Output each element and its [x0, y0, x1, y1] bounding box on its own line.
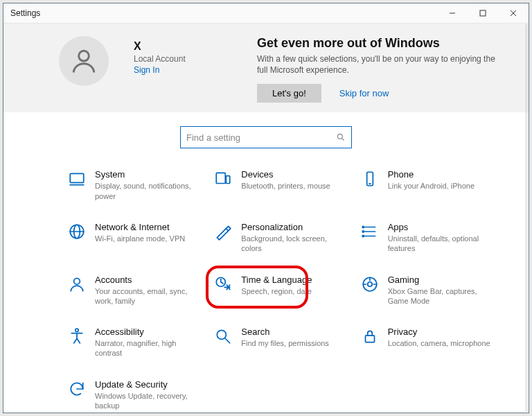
account-username: X	[134, 40, 186, 53]
svg-rect-1	[480, 10, 486, 16]
tile-search[interactable]: SearchFind my files, permissions	[212, 324, 347, 361]
tile-label: Gaming	[388, 275, 492, 285]
tile-desc: Xbox Game Bar, captures, Game Mode	[388, 286, 492, 306]
titlebar: Settings	[3, 3, 529, 24]
time-language-icon	[213, 275, 233, 294]
tile-accounts[interactable]: AccountsYour accounts, email, sync, work…	[66, 272, 201, 309]
close-button[interactable]	[498, 3, 529, 23]
svg-point-21	[362, 235, 364, 236]
avatar[interactable]	[59, 36, 109, 86]
svg-point-19	[362, 226, 364, 227]
tile-desc: Narrator, magnifier, high contrast	[95, 338, 199, 358]
svg-line-6	[342, 139, 344, 141]
tile-system[interactable]: SystemDisplay, sound, notifications, pow…	[66, 166, 201, 204]
system-icon	[67, 169, 87, 189]
tile-devices[interactable]: DevicesBluetooth, printers, mouse	[212, 166, 347, 204]
search-icon	[213, 327, 233, 346]
promo-subtitle: With a few quick selections, you'll be o…	[257, 53, 506, 76]
network-internet-icon	[67, 222, 87, 241]
svg-rect-7	[70, 174, 84, 183]
tile-label: Network & Internet	[95, 222, 185, 232]
tile-label: Apps	[388, 222, 492, 232]
signin-link[interactable]: Sign In	[134, 65, 186, 75]
tile-desc: Wi-Fi, airplane mode, VPN	[95, 234, 185, 243]
minimize-button[interactable]	[437, 3, 468, 23]
tile-label: Privacy	[388, 327, 490, 337]
svg-point-22	[74, 278, 80, 284]
privacy-icon	[360, 327, 380, 346]
tile-label: Time & Language	[241, 275, 312, 285]
svg-line-31	[226, 338, 231, 343]
tile-desc: Location, camera, microphone	[388, 338, 490, 348]
svg-point-29	[76, 329, 78, 331]
tile-label: Accounts	[95, 275, 199, 285]
search-row: Find a setting	[3, 112, 529, 157]
svg-point-30	[218, 330, 227, 339]
devices-icon	[213, 169, 233, 189]
svg-point-5	[337, 135, 342, 139]
tile-desc: Background, lock screen, colors	[241, 234, 345, 254]
tile-desc: Display, sound, notifications, power	[95, 181, 199, 201]
svg-point-25	[367, 281, 372, 286]
tile-desc: Uninstall, defaults, optional features	[388, 234, 492, 254]
tile-desc: Your accounts, email, sync, work, family	[95, 286, 199, 306]
accessibility-icon	[67, 327, 87, 346]
tile-label: Personalization	[241, 222, 345, 232]
apps-icon	[360, 222, 380, 241]
promo-block: Get even more out of Windows With a few …	[257, 36, 506, 103]
tile-label: Phone	[388, 169, 475, 180]
tile-network-internet[interactable]: Network & InternetWi-Fi, airplane mode, …	[66, 219, 201, 257]
maximize-button[interactable]	[468, 3, 498, 23]
tile-desc: Find my files, permissions	[241, 338, 329, 348]
accounts-icon	[67, 275, 87, 294]
svg-point-20	[362, 231, 364, 232]
update-security-icon	[67, 379, 87, 399]
scrollbar[interactable]	[525, 24, 528, 411]
tile-desc: Bluetooth, printers, mouse	[241, 181, 330, 191]
tile-accessibility[interactable]: AccessibilityNarrator, magnifier, high c…	[66, 324, 201, 361]
svg-rect-32	[365, 336, 374, 343]
phone-icon	[360, 169, 380, 189]
tile-personalization[interactable]: PersonalizationBackground, lock screen, …	[212, 219, 347, 257]
tile-desc: Speech, region, date	[241, 286, 312, 296]
person-icon	[69, 46, 99, 76]
svg-rect-10	[227, 176, 230, 184]
account-type: Local Account	[134, 54, 186, 64]
hero-panel: X Local Account Sign In Get even more ou…	[3, 24, 529, 112]
svg-rect-9	[217, 173, 226, 184]
promo-cta-button[interactable]: Let's go!	[257, 84, 321, 103]
svg-point-4	[79, 51, 89, 61]
tile-label: System	[95, 169, 199, 180]
category-grid: SystemDisplay, sound, notifications, pow…	[3, 157, 529, 413]
tile-apps[interactable]: AppsUninstall, defaults, optional featur…	[359, 219, 494, 257]
tile-label: Accessibility	[95, 327, 199, 337]
account-block: X Local Account Sign In	[134, 40, 186, 103]
search-icon	[336, 132, 346, 142]
gaming-icon	[360, 275, 380, 294]
tile-label: Search	[241, 327, 329, 337]
tile-label: Update & Security	[95, 379, 199, 390]
window-title: Settings	[3, 8, 437, 18]
personalization-icon	[213, 222, 233, 241]
tile-time-language[interactable]: Time & LanguageSpeech, region, date	[212, 272, 347, 309]
tile-update-security[interactable]: Update & SecurityWindows Update, recover…	[66, 376, 201, 413]
promo-title: Get even more out of Windows	[257, 36, 506, 51]
tile-gaming[interactable]: GamingXbox Game Bar, captures, Game Mode	[359, 272, 494, 309]
search-placeholder: Find a setting	[186, 132, 336, 143]
tile-desc: Link your Android, iPhone	[388, 181, 475, 191]
tile-desc: Windows Update, recovery, backup	[95, 391, 199, 411]
settings-window: Settings X Local Account Sign In Get eve…	[3, 3, 529, 413]
tile-phone[interactable]: PhoneLink your Android, iPhone	[359, 166, 494, 204]
promo-skip-link[interactable]: Skip for now	[339, 88, 389, 98]
search-input[interactable]: Find a setting	[180, 126, 352, 148]
tile-privacy[interactable]: PrivacyLocation, camera, microphone	[359, 324, 494, 361]
tile-label: Devices	[241, 169, 330, 180]
